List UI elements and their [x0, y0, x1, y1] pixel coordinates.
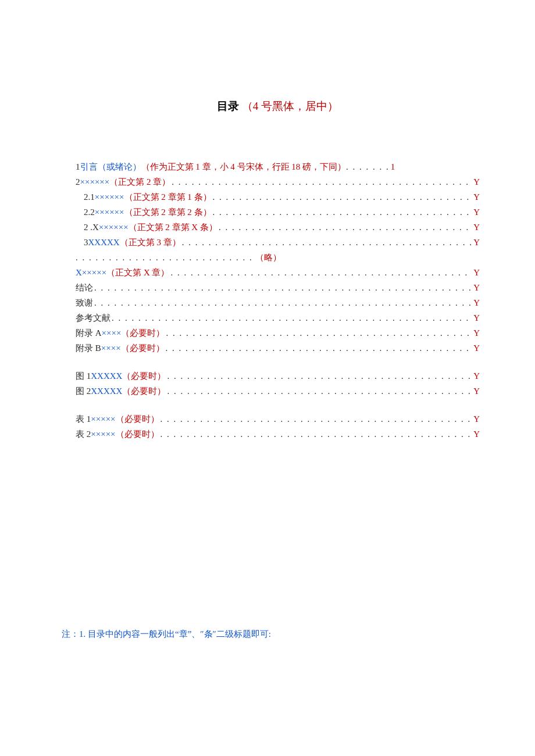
- toc-entry: 附录 A××××（必要时）Y: [76, 325, 480, 341]
- toc-entry-page: Y: [472, 189, 480, 205]
- toc-entry: 3 XXXXX（正文第 3 章）Y: [76, 235, 480, 250]
- toc-entry-red: （正文第 3 章）: [120, 235, 181, 250]
- toc-entry-dots: [169, 265, 472, 280]
- toc-entry-prefix: 图 1: [76, 368, 91, 384]
- toc-entry-blue: ×××××: [91, 427, 115, 442]
- toc-entry-dots: [159, 427, 473, 442]
- toc-entry-prefix: 2 .X: [84, 220, 99, 235]
- toc-entry-page: Y: [472, 310, 480, 325]
- toc-entry-prefix: 表 2: [76, 427, 91, 442]
- toc-entry-red: （必要时）: [122, 368, 166, 384]
- toc-entry-dots: [110, 310, 472, 325]
- toc-entry-prefix: 1: [76, 159, 80, 174]
- toc-entry-prefix: 2.1: [84, 189, 95, 205]
- toc-entry-prefix: 3: [84, 235, 88, 250]
- toc-entry-dots: [212, 189, 473, 205]
- toc-entry-blue: XXXXX: [91, 384, 122, 399]
- toc-entry-blue: X×××××: [76, 265, 106, 280]
- toc-entry-dots: [166, 368, 472, 384]
- toc-entry-prefix: 参考文献: [76, 310, 110, 325]
- toc-entry-page: Y: [472, 205, 480, 220]
- toc-footnote: 注：1. 目录中的内容一般列出“章”、″条″二级标题即可:: [62, 629, 271, 640]
- toc-entry-blue: ××××××: [95, 205, 124, 220]
- toc-entry-blue: ××××××: [99, 220, 129, 235]
- toc-entry: 图 2XXXXX（必要时）Y: [76, 384, 480, 399]
- toc-entry-dots: [159, 411, 473, 427]
- heading-black: 目录: [217, 100, 239, 112]
- toc-entry-red: （正文第 2 章第 1 条）: [124, 189, 212, 205]
- toc-short-line: . . . . . . . . . . . . . . . . . . . . …: [76, 250, 480, 265]
- toc-entry-page: Y: [472, 220, 480, 235]
- toc-entry-blue: XXXXX: [91, 368, 122, 384]
- toc-entry-page: 1: [390, 159, 395, 174]
- toc-entry-red: （正文第 X 章）: [106, 265, 169, 280]
- toc-entry-dots: . . . . . . .: [346, 159, 390, 174]
- toc-entry-page: Y: [472, 341, 480, 356]
- toc-entry-page: Y: [472, 174, 480, 189]
- toc-entry-page: Y: [472, 280, 480, 295]
- toc-entry-dots: [217, 220, 472, 235]
- toc-entry-prefix: 2: [76, 174, 80, 189]
- toc-entry-red: （必要时）: [116, 427, 159, 442]
- toc-body: 1引言（或绪论）（作为正文第 1 章，小 4 号宋体，行距 18 磅，下同） .…: [76, 159, 480, 442]
- toc-entry: 2.1 ×××××× （正文第 2 章第 1 条）Y: [76, 189, 480, 205]
- toc-entry-dots: [93, 280, 472, 295]
- toc-entry: 2 .X××××××（正文第 2 章第 X 条）Y: [76, 220, 480, 235]
- toc-entry-red: （作为正文第 1 章，小 4 号宋体，行距 18 磅，下同）: [141, 159, 347, 174]
- toc-entry: 表 2×××××（必要时）Y: [76, 427, 480, 442]
- toc-entry-prefix: 图 2: [76, 384, 91, 399]
- toc-entry-blue: 引言（或绪论）: [80, 159, 141, 174]
- toc-entry: 致谢Y: [76, 295, 480, 310]
- toc-entry-red: （必要时）: [121, 341, 165, 356]
- toc-entry: 表 1×××××（必要时）Y: [76, 411, 480, 427]
- toc-entry-prefix: 致谢: [76, 295, 93, 310]
- toc-entry-red: （正文第 2 章）: [109, 174, 170, 189]
- toc-entry-red: （必要时）: [121, 325, 165, 341]
- toc-entry: 参考文献Y: [76, 310, 480, 325]
- toc-gap: [76, 356, 480, 368]
- toc-entry-dots: [165, 325, 472, 341]
- toc-entry-dots: [181, 235, 472, 250]
- toc-entry-prefix: 2.2: [84, 205, 95, 220]
- toc-entry-prefix: 结论: [76, 280, 93, 295]
- toc-gap: [76, 399, 480, 411]
- toc-entry: 2×××××× （正文第 2 章）Y: [76, 174, 480, 189]
- toc-entry-prefix: 附录 B: [76, 341, 101, 356]
- toc-entry-red: （正文第 2 章第 2 条）: [124, 205, 212, 220]
- toc-entry-page: Y: [472, 384, 480, 399]
- toc-entry-page: Y: [472, 235, 480, 250]
- toc-entry-dots: [93, 295, 472, 310]
- toc-entry-page: Y: [472, 325, 480, 341]
- toc-page: 目录 （4 号黑体，居中） 1引言（或绪论）（作为正文第 1 章，小 4 号宋体…: [0, 0, 535, 756]
- toc-entry: X×××××（正文第 X 章）Y: [76, 265, 480, 280]
- toc-entry-blue: ××××: [101, 341, 121, 356]
- toc-short-dots: . . . . . . . . . . . . . . . . . . . . …: [76, 253, 253, 262]
- toc-entry-dots: [166, 384, 472, 399]
- toc-short-red: （略）: [253, 253, 281, 262]
- toc-entry-page: Y: [472, 427, 480, 442]
- toc-entry-dots: [212, 205, 473, 220]
- toc-entry: 附录 B××××（必要时）Y: [76, 341, 480, 356]
- toc-heading: 目录 （4 号黑体，居中）: [76, 99, 480, 114]
- toc-entry-dots: [165, 341, 473, 356]
- toc-entry-page: Y: [472, 411, 480, 427]
- toc-entry-prefix: 附录 A: [76, 325, 102, 341]
- toc-entry: 结论Y: [76, 280, 480, 295]
- toc-entry-blue: ×××××: [91, 411, 115, 427]
- toc-entry: 1引言（或绪论）（作为正文第 1 章，小 4 号宋体，行距 18 磅，下同） .…: [76, 159, 480, 174]
- toc-entry-prefix: 表 1: [76, 411, 91, 427]
- toc-entry-page: Y: [472, 368, 480, 384]
- toc-entry: 2.2 ×××××× （正文第 2 章第 2 条）Y: [76, 205, 480, 220]
- toc-entry-red: （正文第 2 章第 X 条）: [129, 220, 217, 235]
- toc-entry-blue: ××××××: [80, 174, 110, 189]
- toc-entry-red: （必要时）: [116, 411, 159, 427]
- toc-entry-dots: [170, 174, 472, 189]
- toc-entry-red: （必要时）: [122, 384, 166, 399]
- toc-entry-blue: ××××: [102, 325, 122, 341]
- toc-entry-blue: ××××××: [95, 189, 124, 205]
- toc-entry-blue: XXXXX: [88, 235, 120, 250]
- toc-entry-page: Y: [472, 265, 480, 280]
- toc-entry: 图 1XXXXX（必要时）Y: [76, 368, 480, 384]
- toc-entry-page: Y: [472, 295, 480, 310]
- heading-red: （4 号黑体，居中）: [242, 100, 338, 112]
